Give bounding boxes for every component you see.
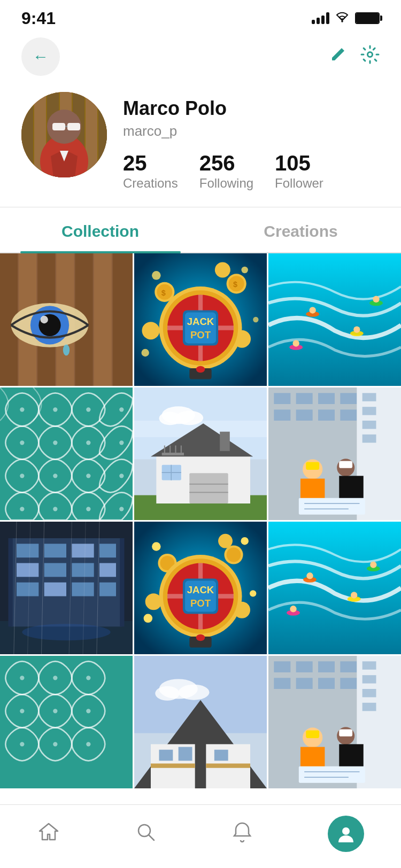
grid-item-10[interactable] <box>0 656 133 788</box>
status-time: 9:41 <box>21 9 56 28</box>
settings-icon[interactable] <box>360 45 380 68</box>
svg-text:JACK: JACK <box>187 584 214 595</box>
nav-home[interactable] <box>37 820 60 848</box>
svg-text:JACK: JACK <box>187 316 214 327</box>
tab-collection[interactable]: Collection <box>0 207 200 252</box>
svg-point-186 <box>86 742 90 746</box>
grid-item-7[interactable] <box>0 522 133 654</box>
svg-point-0 <box>341 20 343 22</box>
svg-point-150 <box>250 590 256 596</box>
svg-point-82 <box>176 410 204 425</box>
following-count: 256 <box>199 152 235 174</box>
tab-creations[interactable]: Creations <box>200 207 401 252</box>
svg-rect-137 <box>99 583 116 596</box>
grid-item-3[interactable] <box>268 253 401 386</box>
svg-point-176 <box>370 561 376 568</box>
image-grid: $ $ JACK POT <box>0 253 401 788</box>
svg-rect-202 <box>274 661 290 672</box>
svg-point-155 <box>227 548 241 562</box>
svg-point-180 <box>86 676 90 680</box>
grid-item-9[interactable] <box>268 522 401 654</box>
svg-line-225 <box>149 835 154 840</box>
svg-rect-205 <box>340 661 357 672</box>
svg-rect-168 <box>268 522 401 654</box>
svg-rect-12 <box>52 123 65 130</box>
svg-text:POT: POT <box>190 329 211 340</box>
following-label: Following <box>199 176 253 191</box>
svg-rect-106 <box>296 409 313 421</box>
profile-name: Marco Polo <box>123 97 380 120</box>
profile-username: marco_p <box>123 123 380 140</box>
nav-notifications[interactable] <box>231 820 253 848</box>
grid-item-1[interactable] <box>0 253 133 386</box>
wifi-icon <box>335 11 350 26</box>
header-actions <box>328 45 380 68</box>
svg-rect-132 <box>72 563 94 577</box>
svg-rect-101 <box>274 393 290 404</box>
svg-rect-199 <box>206 764 250 768</box>
svg-rect-9 <box>98 92 107 177</box>
svg-rect-203 <box>296 661 313 672</box>
svg-point-183 <box>86 709 90 713</box>
nav-search[interactable] <box>134 820 157 848</box>
grid-item-11[interactable] <box>134 656 267 788</box>
svg-point-179 <box>53 676 57 680</box>
profile-section: Marco Polo marco_p 25 Creations 256 Foll… <box>0 87 401 207</box>
grid-item-6[interactable] <box>268 387 401 520</box>
back-button[interactable]: ← <box>21 37 60 76</box>
svg-rect-110 <box>363 393 376 401</box>
svg-rect-129 <box>99 544 116 557</box>
grid-item-8[interactable]: JACK POT <box>134 522 267 654</box>
svg-point-62 <box>53 407 57 412</box>
svg-rect-128 <box>72 544 94 557</box>
svg-text:POT: POT <box>190 598 211 609</box>
svg-rect-134 <box>17 583 38 596</box>
signal-icon <box>312 12 329 24</box>
search-icon <box>134 820 157 848</box>
svg-point-27 <box>63 345 70 356</box>
bottom-nav <box>0 804 401 868</box>
svg-rect-108 <box>340 409 357 421</box>
svg-point-31 <box>253 317 258 322</box>
svg-rect-102 <box>296 393 313 404</box>
grid-item-5[interactable] <box>134 387 267 520</box>
svg-point-67 <box>86 440 90 445</box>
follower-count: 105 <box>275 152 311 174</box>
svg-rect-22 <box>113 253 133 386</box>
svg-point-32 <box>141 349 149 356</box>
svg-point-68 <box>119 440 124 445</box>
grid-item-2[interactable]: $ $ JACK POT <box>134 253 267 386</box>
svg-rect-104 <box>340 393 357 404</box>
edit-icon[interactable] <box>328 45 348 68</box>
svg-point-149 <box>241 537 248 545</box>
svg-rect-221 <box>299 766 365 783</box>
svg-point-226 <box>342 827 350 835</box>
svg-text:$: $ <box>233 280 237 289</box>
svg-point-29 <box>152 271 161 280</box>
svg-point-190 <box>155 686 179 701</box>
svg-point-172 <box>351 592 357 598</box>
svg-point-41 <box>215 262 230 278</box>
svg-rect-196 <box>179 747 192 761</box>
svg-point-182 <box>53 709 57 713</box>
svg-rect-212 <box>363 675 376 684</box>
svg-point-1 <box>368 52 373 57</box>
svg-point-30 <box>241 267 248 273</box>
grid-item-4[interactable] <box>0 387 133 520</box>
svg-rect-131 <box>44 563 66 577</box>
grid-item-12[interactable] <box>268 656 401 788</box>
svg-point-185 <box>53 742 57 746</box>
tabs: Collection Creations <box>0 207 401 253</box>
svg-point-26 <box>40 316 48 323</box>
nav-profile[interactable] <box>328 816 364 852</box>
svg-rect-207 <box>296 678 313 689</box>
svg-rect-211 <box>363 661 376 670</box>
svg-point-65 <box>20 440 24 445</box>
svg-rect-111 <box>363 407 376 415</box>
svg-rect-113 <box>363 435 376 443</box>
svg-point-148 <box>152 542 161 551</box>
svg-rect-204 <box>318 661 335 672</box>
status-icons <box>312 11 380 26</box>
svg-rect-21 <box>94 253 112 386</box>
svg-point-74 <box>53 507 57 511</box>
